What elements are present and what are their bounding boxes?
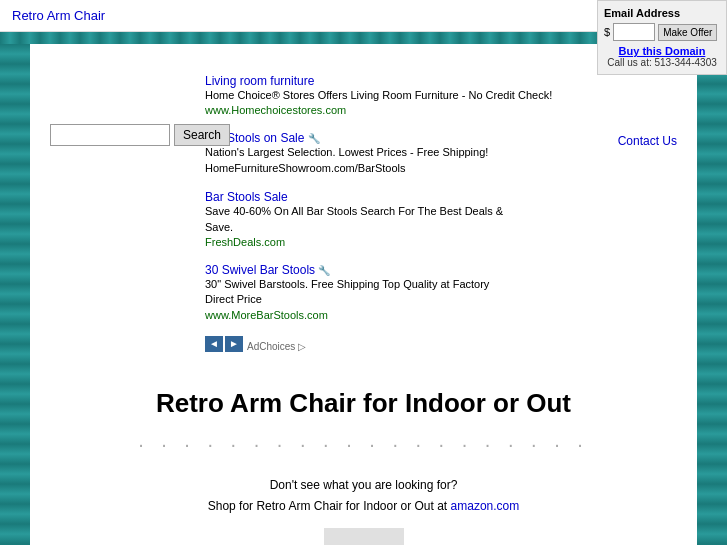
- dollar-sign: $: [604, 26, 610, 38]
- ad-body: Home Choice® Stores Offers Living Room F…: [205, 89, 552, 101]
- ad-url: FreshDeals.com: [205, 236, 285, 248]
- pagination: ◄ ►: [205, 336, 243, 352]
- domain-purchase-panel: Email Address $ Make Offer Buy this Doma…: [597, 0, 727, 75]
- right-side-decoration: [697, 44, 727, 545]
- ad-title-link[interactable]: Bar Stools Sale: [205, 190, 288, 204]
- bottom-image: [324, 528, 404, 545]
- ad-item: Living room furniture Home Choice® Store…: [205, 74, 682, 117]
- ads-section: Living room furniture Home Choice® Store…: [205, 74, 682, 358]
- ad-choices-label: AdChoices ▷: [247, 341, 306, 352]
- prev-page-button[interactable]: ◄: [205, 336, 223, 352]
- ad-item: 30 Swivel Bar Stools 🔧 30" Swivel Barsto…: [205, 263, 682, 322]
- page-wrapper: Search Contact Us Living room furniture …: [0, 44, 727, 545]
- ad-item: Bar Stools Sale Save 40-60% On All Bar S…: [205, 190, 682, 249]
- contact-us-link[interactable]: Contact Us: [618, 134, 677, 148]
- ad-title-link[interactable]: Living room furniture: [205, 74, 314, 88]
- dont-see-text: Don't see what you are looking for?: [270, 478, 458, 492]
- left-side-decoration: [0, 44, 30, 545]
- main-content-area: Search Contact Us Living room furniture …: [30, 44, 697, 545]
- ad-icon: 🔧: [308, 133, 320, 144]
- ad-title-link[interactable]: 30 Swivel Bar Stools: [205, 263, 315, 277]
- ad-body: Nation's Largest Selection. Lowest Price…: [205, 146, 488, 173]
- offer-input[interactable]: [613, 23, 655, 41]
- ad-url: www.Homechoicestores.com: [205, 104, 346, 116]
- amazon-link[interactable]: amazon.com: [451, 499, 520, 513]
- ad-url: www.MoreBarStools.com: [205, 309, 328, 321]
- main-headline-section: Retro Arm Chair for Indoor or Out: [45, 378, 682, 429]
- ad-item: Bar Stools on Sale 🔧 Nation's Largest Se…: [205, 131, 682, 176]
- search-area: Search: [50, 124, 230, 146]
- buy-domain-link[interactable]: Buy this Domain: [604, 45, 720, 57]
- divider: · · · · · · · · · · · · · · · · · · · ·: [45, 429, 682, 460]
- next-page-button[interactable]: ►: [225, 336, 243, 352]
- shop-for-text: Shop for Retro Arm Chair for Indoor or O…: [208, 499, 447, 513]
- amazon-section: Don't see what you are looking for? Shop…: [45, 475, 682, 518]
- search-button[interactable]: Search: [174, 124, 230, 146]
- pagination-row: ◄ ► AdChoices ▷: [205, 336, 682, 358]
- ad-icon: 🔧: [318, 265, 330, 276]
- search-input[interactable]: [50, 124, 170, 146]
- site-title-link[interactable]: Retro Arm Chair: [12, 8, 105, 23]
- main-headline: Retro Arm Chair for Indoor or Out: [45, 388, 682, 419]
- call-us-text: Call us at: 513-344-4303: [604, 57, 720, 68]
- ad-body: Save 40-60% On All Bar Stools Search For…: [205, 205, 503, 232]
- ad-body: 30" Swivel Barstools. Free Shipping Top …: [205, 278, 489, 305]
- make-offer-button[interactable]: Make Offer: [658, 24, 717, 41]
- email-address-label: Email Address: [604, 7, 720, 19]
